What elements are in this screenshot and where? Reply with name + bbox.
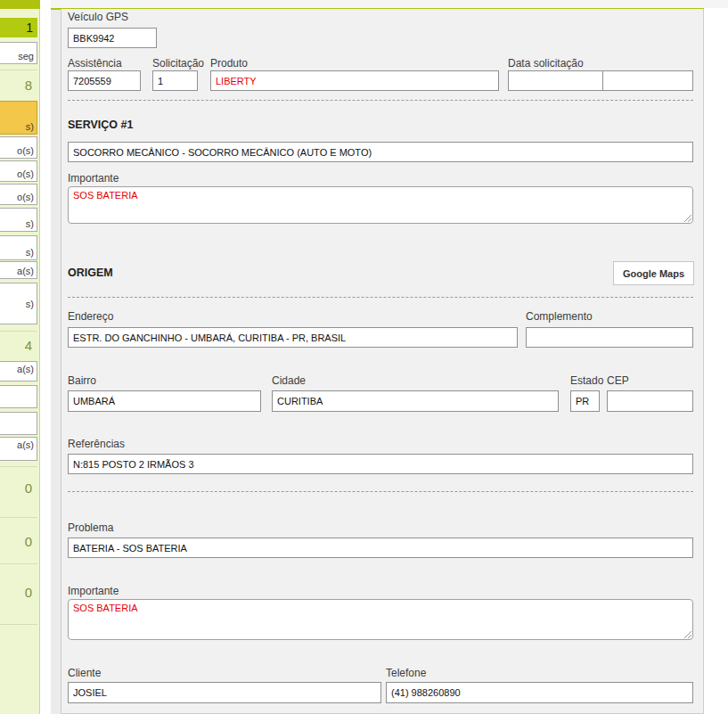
queue-count: 8 <box>0 77 37 94</box>
importante2-label: Importante <box>68 585 119 597</box>
data-solicitacao-label: Data solicitação <box>508 57 584 70</box>
cliente-label: Cliente <box>68 667 101 679</box>
cep-label: CEP <box>607 374 629 387</box>
left-gutter <box>40 0 51 714</box>
data-solicitacao-date-input[interactable] <box>508 70 603 91</box>
origem-heading: ORIGEM <box>68 267 113 279</box>
importante2-textarea[interactable]: SOS BATERIA <box>68 599 693 640</box>
sidebar-divider <box>0 331 37 332</box>
endereco-label: Endereço <box>68 310 113 323</box>
bairro-input[interactable] <box>68 390 261 412</box>
section-divider <box>68 491 693 492</box>
left-scroll-gutter <box>51 10 61 714</box>
complemento-label: Complemento <box>526 310 593 323</box>
sidebar-item[interactable]: a(s) <box>0 261 37 279</box>
telefone-input[interactable] <box>386 682 693 703</box>
sidebar-item[interactable]: o(s) <box>0 136 37 159</box>
queue-count: 0 <box>0 584 37 602</box>
endereco-input[interactable] <box>68 327 518 348</box>
importante-textarea-wrap: SOS BATERIA <box>68 186 693 224</box>
bairro-label: Bairro <box>68 374 96 387</box>
sidebar-item[interactable] <box>0 385 37 408</box>
telefone-label: Telefone <box>386 667 426 679</box>
sidebar-item[interactable]: a(s) <box>0 437 37 461</box>
assistencia-label: Assistência <box>68 57 122 70</box>
sidebar-item[interactable]: s) <box>0 235 37 260</box>
cep-input[interactable] <box>607 390 693 412</box>
sidebar-item[interactable] <box>0 412 37 435</box>
problema-label: Problema <box>68 521 113 534</box>
sidebar-item[interactable]: s) <box>0 208 37 232</box>
servico-input[interactable] <box>68 142 693 162</box>
referencias-label: Referências <box>68 438 125 450</box>
sidebar-divider <box>0 624 37 625</box>
data-solicitacao-time-input[interactable] <box>602 70 693 91</box>
queue-count: 4 <box>0 337 37 355</box>
queue-count: 0 <box>0 533 37 551</box>
right-gutter <box>705 10 728 714</box>
veiculo-gps-input[interactable] <box>68 28 157 48</box>
solicitacao-input[interactable] <box>152 70 198 91</box>
servico-heading: SERVIÇO #1 <box>68 119 133 131</box>
cidade-label: Cidade <box>272 374 306 387</box>
assistencia-input[interactable] <box>68 70 141 91</box>
sidebar-item-timer[interactable]: seg <box>0 42 37 64</box>
importante2-textarea-wrap: SOS BATERIA <box>68 599 693 640</box>
complemento-input[interactable] <box>526 327 693 348</box>
sidebar-divider <box>0 70 37 70</box>
sidebar-queue-list: 1 seg 8 s) o(s) o(s) o(s) s) s) a(s) s) … <box>0 9 40 714</box>
veiculo-gps-label: Veículo GPS <box>68 11 128 23</box>
top-toolbar-strip <box>41 0 728 8</box>
sidebar-item[interactable]: o(s) <box>0 184 37 205</box>
queue-count-badge: 1 <box>0 18 37 37</box>
estado-input[interactable] <box>570 390 600 412</box>
produto-label: Produto <box>210 57 248 70</box>
sidebar-item[interactable]: o(s) <box>0 160 37 182</box>
sidebar-item[interactable]: s) <box>0 283 37 324</box>
sidebar-divider <box>0 466 37 467</box>
sidebar-divider <box>0 563 37 564</box>
referencias-input[interactable] <box>68 454 693 474</box>
google-maps-button[interactable]: Google Maps <box>613 261 694 285</box>
importante-textarea[interactable]: SOS BATERIA <box>68 186 693 224</box>
importante-label: Importante <box>68 172 119 185</box>
estado-label: Estado <box>570 374 603 387</box>
section-divider <box>68 100 693 101</box>
solicitacao-label: Solicitação <box>152 57 204 70</box>
problema-input[interactable] <box>68 538 693 558</box>
produto-input[interactable] <box>210 70 499 91</box>
sidebar-divider <box>0 517 37 518</box>
cidade-input[interactable] <box>272 390 559 412</box>
sidebar-item-selected[interactable]: s) <box>0 101 37 135</box>
section-divider <box>68 297 693 298</box>
cliente-input[interactable] <box>68 682 381 703</box>
queue-count: 0 <box>0 480 37 497</box>
sidebar-item[interactable]: a(s) <box>0 361 37 382</box>
